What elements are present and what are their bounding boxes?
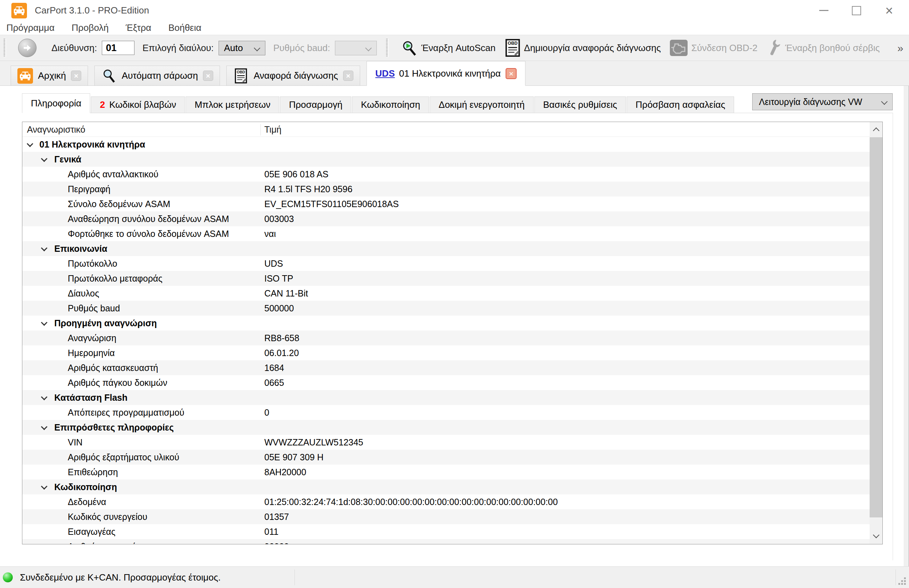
menu-view[interactable]: Προβολή xyxy=(72,23,108,33)
chevron-down-icon[interactable] xyxy=(41,483,47,489)
table-row[interactable]: Αριθμός εξαρτήματος υλικού05E 907 309 H xyxy=(23,450,870,465)
tab-fault-codes[interactable]: 2 Κωδικοί βλαβών xyxy=(91,97,185,113)
minimize-button[interactable] xyxy=(807,0,840,21)
address-input[interactable] xyxy=(102,41,134,55)
column-header-value[interactable]: Τιμή xyxy=(264,122,281,137)
table-row[interactable]: Απόπειρες προγραμματισμού0 xyxy=(23,405,870,420)
resize-grip[interactable] xyxy=(898,577,906,585)
maximize-button[interactable] xyxy=(840,0,873,21)
table-row[interactable]: Επιθεώρηση8AH20000 xyxy=(23,465,870,480)
row-label: Αναγνώριση xyxy=(68,331,116,346)
table-row[interactable]: Κωδικοποίηση xyxy=(23,480,870,494)
table-row[interactable]: Προηγμένη αναγνώριση xyxy=(23,316,870,331)
toolbar-gripper[interactable] xyxy=(386,39,388,57)
table-row[interactable]: Κωδικός συνεργείου01357 xyxy=(23,509,870,524)
arrow-right-icon xyxy=(21,42,33,54)
subtab-label: Πληροφορία xyxy=(31,98,81,109)
subtab-label: Κωδικοποίηση xyxy=(361,99,420,110)
row-label: Σύνολο δεδομένων ASAM xyxy=(68,197,170,212)
row-value: 0 xyxy=(264,405,269,420)
scrollbar-thumb[interactable] xyxy=(870,137,882,517)
vertical-scrollbar[interactable] xyxy=(870,122,882,544)
table-row[interactable]: Αριθμός κατασκευαστή1684 xyxy=(23,360,870,375)
tab-home[interactable]: Αρχική × xyxy=(11,66,88,86)
document-tab-bar: Αρχική × Αυτόματη σάρωση × OBD Αναφορά δ… xyxy=(0,61,909,86)
table-row[interactable]: Αριθμός συσκευής00000 xyxy=(23,539,870,544)
table-row[interactable]: Αριθμός ανταλλακτικού05E 906 018 AS xyxy=(23,167,870,182)
autoscan-button[interactable]: Έναρξη AutoScan xyxy=(401,40,495,56)
table-row[interactable]: VINWVWZZZAUZLW512345 xyxy=(23,435,870,450)
table-row[interactable]: Γενικά xyxy=(23,152,870,167)
row-label: VIN xyxy=(68,435,82,450)
row-label: Επικοινωνία xyxy=(54,241,107,256)
column-divider[interactable] xyxy=(260,124,261,136)
tab-actuator-test[interactable]: Δοκιμή ενεργοποιητή xyxy=(430,97,533,113)
toolbar-gripper[interactable] xyxy=(3,39,6,57)
address-label: Διεύθυνση: xyxy=(52,42,97,53)
toolbar-overflow-chevron[interactable]: » xyxy=(897,42,903,54)
table-row[interactable]: Επιπρόσθετες πληροφορίες xyxy=(23,420,870,435)
tab-information[interactable]: Πληροφορία xyxy=(22,93,90,113)
table-row[interactable]: ΠρωτόκολλοUDS xyxy=(23,256,870,271)
close-button[interactable]: × xyxy=(873,0,906,21)
chevron-down-icon[interactable] xyxy=(41,155,47,162)
tab-close-icon[interactable]: × xyxy=(506,68,517,79)
row-value: 05E 906 018 AS xyxy=(264,167,328,182)
table-row[interactable]: Ημερομηνία06.01.20 xyxy=(23,346,870,360)
scroll-up-button[interactable] xyxy=(870,122,882,137)
tab-close-icon[interactable]: × xyxy=(203,71,213,81)
chevron-down-icon[interactable] xyxy=(41,319,47,326)
table-row[interactable]: Πρωτόκολλο μεταφοράςISO TP xyxy=(23,271,870,286)
tab-diagnosis-report[interactable]: OBD Αναφορά διάγνωσης × xyxy=(226,66,360,86)
row-label: Κωδικοποίηση xyxy=(54,480,117,494)
tab-autoscan[interactable]: Αυτόματη σάρωση × xyxy=(94,66,220,86)
table-row[interactable]: Αριθμός πάγκου δοκιμών0665 xyxy=(23,375,870,390)
row-label: Κατάσταση Flash xyxy=(54,390,127,405)
tab-basic-settings[interactable]: Βασικές ρυθμίσεις xyxy=(534,97,626,113)
table-row[interactable]: ΠεριγραφήR4 1.5l TFS H20 9596 xyxy=(23,182,870,197)
row-value: WVWZZZAUZLW512345 xyxy=(264,435,363,450)
tab-label: Αυτόματη σάρωση xyxy=(122,70,198,81)
tab-ecu-01-engine[interactable]: UDS 01 Ηλεκτρονικά κινητήρα × xyxy=(367,61,526,86)
channel-select[interactable]: Auto xyxy=(218,41,265,55)
table-row[interactable]: Ρυθμός baud500000 xyxy=(23,301,870,316)
table-row[interactable]: Επικοινωνία xyxy=(23,241,870,256)
table-row[interactable]: Κατάσταση Flash xyxy=(23,390,870,405)
tab-security-access[interactable]: Πρόσβαση ασφαλείας xyxy=(627,97,734,113)
table-row[interactable]: ΑναγνώρισηRB8-658 xyxy=(23,331,870,346)
scroll-down-button[interactable] xyxy=(870,529,882,544)
obd-report-icon: OBD xyxy=(233,68,249,84)
tab-adaptation[interactable]: Προσαρμογή xyxy=(280,97,351,113)
menu-help[interactable]: Βοήθεια xyxy=(168,23,201,33)
obd2-connect-button: Σύνδεση OBD-2 xyxy=(670,40,757,56)
obd-report-icon: OBD xyxy=(505,39,521,57)
row-label: Αριθμός κατασκευαστή xyxy=(68,360,158,375)
table-row[interactable]: 01 Ηλεκτρονικά κινητήρα xyxy=(23,137,870,152)
status-separator xyxy=(294,570,295,585)
table-row[interactable]: Εισαγωγέας011 xyxy=(23,524,870,539)
chevron-down-icon[interactable] xyxy=(41,245,47,251)
table-row[interactable]: Φορτώθηκε το σύνολο δεδομένων ASAMναι xyxy=(23,226,870,241)
subtab-label: Μπλοκ μετρήσεων xyxy=(194,99,270,110)
table-row[interactable]: Αναθεώρηση συνόλου δεδομένων ASAM003003 xyxy=(23,212,870,226)
column-header-identifier[interactable]: Αναγνωριστικό xyxy=(27,122,85,137)
diagnosis-report-button[interactable]: OBD Δημιουργία αναφοράς διάγνωσης xyxy=(505,39,661,57)
chevron-down-icon[interactable] xyxy=(41,423,47,430)
tab-close-icon[interactable]: × xyxy=(71,71,81,81)
table-row[interactable]: ΔίαυλοςCAN 11-Bit xyxy=(23,286,870,301)
magnifier-play-icon xyxy=(401,40,417,56)
chevron-down-icon[interactable] xyxy=(41,394,47,400)
chevron-down-icon xyxy=(254,45,260,51)
menu-extras[interactable]: Έξτρα xyxy=(126,23,151,33)
table-row[interactable]: Δεδομένα01:25:00:32:24:74:1d:08:30:00:00… xyxy=(23,494,870,509)
tab-close-icon[interactable]: × xyxy=(343,71,353,81)
menu-program[interactable]: Πρόγραμμα xyxy=(6,23,55,33)
chevron-down-icon[interactable] xyxy=(27,141,33,147)
row-value: 8AH20000 xyxy=(264,465,306,480)
tab-measuring-blocks[interactable]: Μπλοκ μετρήσεων xyxy=(186,97,279,113)
go-button[interactable] xyxy=(18,39,37,57)
diagnosis-mode-select[interactable]: Λειτουργία διάγνωσης VW xyxy=(752,93,893,110)
tab-coding[interactable]: Κωδικοποίηση xyxy=(352,97,429,113)
table-row[interactable]: Σύνολο δεδομένων ASAMEV_ECM15TFS01105E90… xyxy=(23,197,870,212)
toolbar: Διεύθυνση: Επιλογή διαύλου: Auto Ρυθμός … xyxy=(0,35,909,61)
